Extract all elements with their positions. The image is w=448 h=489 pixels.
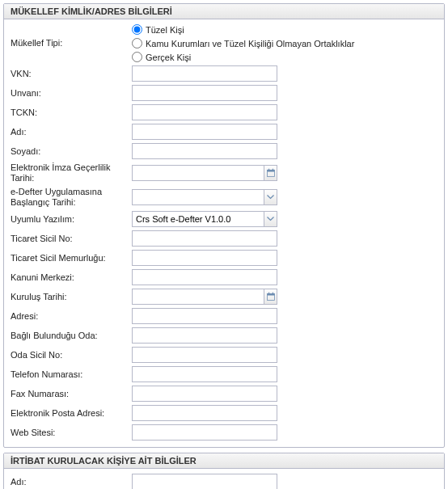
kurulus-datefield: [132, 289, 277, 305]
tsicilmem-input[interactable]: [132, 250, 277, 266]
eposta-label: Elektronik Posta Adresi:: [11, 408, 132, 419]
mukellef-section-body: Mükellef Tipi: Tüzel Kişi Kamu Kurumları…: [4, 19, 444, 447]
eimza-datefield: [132, 165, 277, 181]
svg-rect-5: [267, 293, 274, 295]
edefter-combo-trigger[interactable]: [264, 189, 277, 205]
kurulus-label: Kuruluş Tarihi:: [11, 292, 132, 302]
radio-gercek-item: Gerçek Kişi: [132, 52, 437, 62]
edefter-label: e-Defter Uygulamasına Başlangıç Tarihi:: [11, 187, 132, 208]
vkn-input[interactable]: [132, 65, 277, 82]
odasicil-label: Oda Sicil No:: [11, 350, 132, 360]
yazilim-combo: [132, 211, 277, 227]
radio-kamu-item: Kamu Kurumları ve Tüzel Kişiliği Olmayan…: [132, 38, 437, 48]
kmerkezi-input[interactable]: [132, 269, 277, 285]
bagli-input[interactable]: [132, 327, 277, 344]
vkn-label: VKN:: [11, 69, 132, 79]
edefter-combo: [132, 189, 277, 205]
kurulus-date-trigger[interactable]: [264, 289, 277, 305]
soyadi-input[interactable]: [132, 143, 277, 159]
iadi-input[interactable]: [132, 474, 277, 489]
tsicilno-input[interactable]: [132, 230, 277, 247]
web-input[interactable]: [132, 424, 277, 441]
eimza-label: Elektronik İmza Geçerlilik Tarihi:: [11, 162, 132, 183]
mukellef-section: MÜKELLEF KİMLİK/ADRES BİLGİLERİ Mükellef…: [3, 3, 445, 448]
eimza-input[interactable]: [132, 165, 264, 181]
svg-rect-3: [272, 169, 273, 171]
kmerkezi-label: Kanuni Merkezi:: [11, 272, 132, 283]
chevron-down-icon: [267, 195, 274, 200]
eposta-input[interactable]: [132, 405, 277, 421]
yazilim-input[interactable]: [132, 211, 264, 227]
chevron-down-icon: [267, 217, 274, 221]
tckn-label: TCKN:: [11, 107, 132, 118]
radio-tuzel[interactable]: [132, 24, 142, 35]
mukellef-tipi-row: Mükellef Tipi: Tüzel Kişi Kamu Kurumları…: [11, 24, 437, 62]
mukellef-tipi-label: Mükellef Tipi:: [11, 38, 132, 48]
bagli-label: Bağlı Bulunduğu Oda:: [11, 331, 132, 341]
radio-gercek-label[interactable]: Gerçek Kişi: [146, 53, 191, 62]
irtibat-section: İRTİBAT KURULACAK KİŞİYE AİT BİLGİLER Ad…: [3, 453, 445, 489]
fax-input[interactable]: [132, 386, 277, 402]
svg-rect-1: [267, 170, 274, 171]
radio-tuzel-item: Tüzel Kişi: [132, 24, 437, 35]
svg-rect-2: [268, 169, 269, 171]
yazilim-combo-trigger[interactable]: [264, 211, 277, 227]
svg-rect-7: [272, 293, 273, 294]
kurulus-input[interactable]: [132, 289, 264, 305]
irtibat-section-body: Adı: Soyadı: Telefon Numarası: Cep Telef…: [4, 469, 444, 489]
radio-kamu-label[interactable]: Kamu Kurumları ve Tüzel Kişiliği Olmayan…: [146, 39, 354, 48]
radio-kamu[interactable]: [132, 38, 142, 48]
adi-input[interactable]: [132, 124, 277, 140]
mukellef-tipi-group: Tüzel Kişi Kamu Kurumları ve Tüzel Kişil…: [132, 24, 437, 62]
adi-label: Adı:: [11, 127, 132, 137]
adresi-label: Adresi:: [11, 311, 132, 322]
telefon-input[interactable]: [132, 366, 277, 382]
eimza-date-trigger[interactable]: [264, 165, 277, 181]
svg-rect-6: [268, 293, 269, 294]
radio-tuzel-label[interactable]: Tüzel Kişi: [146, 25, 184, 35]
adresi-input[interactable]: [132, 308, 277, 324]
soyadi-label: Soyadı:: [11, 146, 132, 157]
iadi-label: Adı:: [11, 477, 132, 487]
fax-label: Fax Numarası:: [11, 389, 132, 399]
calendar-icon: [266, 292, 276, 301]
tckn-input[interactable]: [132, 104, 277, 120]
unvani-input[interactable]: [132, 85, 277, 101]
tsicilmem-label: Ticaret Sicil Memurluğu:: [11, 253, 132, 263]
telefon-label: Telefon Numarası:: [11, 369, 132, 380]
mukellef-section-title: MÜKELLEF KİMLİK/ADRES BİLGİLERİ: [4, 4, 444, 19]
web-label: Web Sitesi:: [11, 428, 132, 438]
calendar-icon: [266, 168, 276, 178]
tsicilno-label: Ticaret Sicil No:: [11, 234, 132, 244]
edefter-input[interactable]: [132, 189, 264, 205]
odasicil-input[interactable]: [132, 347, 277, 363]
unvani-label: Unvanı:: [11, 88, 132, 99]
yazilim-label: Uyumlu Yazılım:: [11, 214, 132, 225]
radio-gercek[interactable]: [132, 52, 142, 62]
irtibat-section-title: İRTİBAT KURULACAK KİŞİYE AİT BİLGİLER: [4, 453, 444, 469]
